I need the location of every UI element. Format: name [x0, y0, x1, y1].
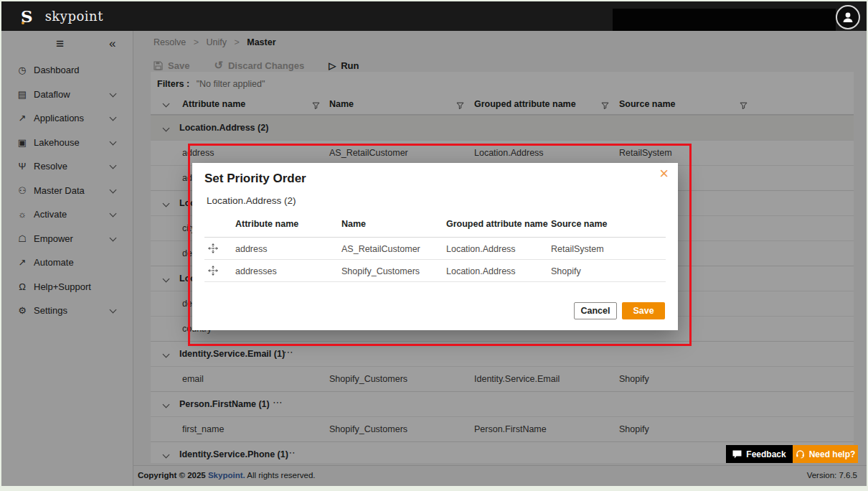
- set-priority-order-dialog: Set Priority Order × Location.Address (2…: [192, 163, 678, 330]
- priority-row-address: address AS_RetailCustomer Location.Addre…: [204, 238, 666, 260]
- user-avatar[interactable]: [836, 5, 860, 29]
- need-help-label: Need help?: [809, 449, 856, 459]
- drag-handle-icon[interactable]: [208, 243, 218, 256]
- cell-name: Shopify_Customers: [341, 266, 420, 276]
- feedback-label: Feedback: [746, 449, 786, 459]
- dialog-title: Set Priority Order: [204, 172, 306, 186]
- person-icon: [841, 11, 854, 24]
- skypoint-logo[interactable]: S skypoint: [21, 6, 103, 26]
- speech-bubble-icon: [732, 450, 742, 459]
- brand-name: skypoint: [45, 9, 103, 24]
- dialog-group-label: Location.Address (2): [207, 195, 296, 206]
- topbar-black-region: [613, 9, 836, 31]
- cell-grouped-attribute-name: Location.Address: [446, 244, 516, 254]
- drag-handle-icon[interactable]: [208, 266, 218, 279]
- save-button-modal[interactable]: Save: [622, 302, 665, 319]
- modal-column-grouped-attribute-name: Grouped attribute name: [446, 219, 548, 229]
- row-divider: [204, 281, 666, 282]
- cell-grouped-attribute-name: Location.Address: [446, 266, 516, 276]
- cell-attribute-name: address: [235, 244, 267, 254]
- cell-source-name: RetailSystem: [551, 244, 604, 254]
- modal-column-attribute-name: Attribute name: [235, 219, 298, 229]
- cell-source-name: Shopify: [551, 266, 581, 276]
- cell-name: AS_RetailCustomer: [341, 244, 420, 254]
- top-bar: S skypoint: [1, 1, 867, 31]
- close-icon[interactable]: ×: [659, 166, 669, 182]
- need-help-button[interactable]: Need help?: [793, 445, 858, 463]
- cell-attribute-name: addresses: [235, 266, 277, 276]
- cancel-button[interactable]: Cancel: [574, 302, 617, 319]
- app-window: S skypoint ≡ « ◷ Dashboard: [0, 0, 868, 491]
- headset-icon: [796, 449, 805, 459]
- logo-dot: [22, 22, 24, 24]
- modal-column-source-name: Source name: [551, 219, 608, 229]
- priority-row-addresses: addresses Shopify_Customers Location.Add…: [204, 260, 666, 282]
- modal-column-name: Name: [341, 219, 366, 229]
- feedback-button[interactable]: Feedback: [726, 445, 793, 463]
